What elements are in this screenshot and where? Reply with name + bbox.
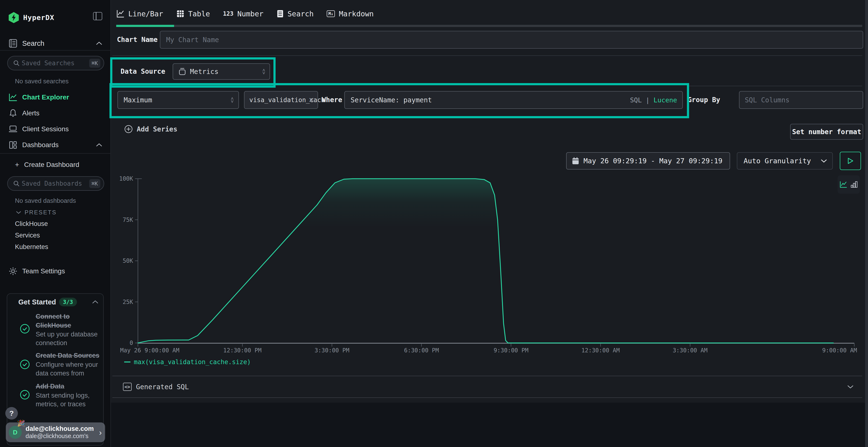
data-source-select[interactable]: Metrics ˄˅ [173, 63, 270, 80]
y-tick-label: 25K [101, 299, 133, 305]
chevron-right-icon: › [99, 428, 102, 437]
tab-search[interactable]: Search [277, 10, 314, 18]
user-subtitle: dale@clickhouse.com's [26, 433, 94, 440]
get-started-item-title[interactable]: Connect to ClickHouse [36, 312, 103, 330]
get-started-item-desc: Set up your database connection [36, 330, 105, 347]
create-dashboard-button[interactable]: + Create Dashboard [0, 158, 111, 172]
divider [112, 398, 862, 398]
saved-dashboards-input[interactable]: Saved Dashboards ⌘K [7, 176, 104, 191]
sidebar: HyperDX Search Saved Searches ⌘K No save… [0, 0, 111, 447]
sql-option[interactable]: SQL [630, 96, 642, 104]
hyperdx-logo-icon [8, 11, 19, 24]
get-started-progress-badge: 3/3 [59, 298, 77, 306]
user-menu[interactable]: D dale@clickhouse.com dale@clickhouse.co… [6, 422, 105, 442]
code-icon: <> [123, 383, 132, 391]
y-tick-label: 100K [101, 175, 133, 182]
date-range-value: May 26 09:29:19 - May 27 09:29:19 [584, 157, 722, 165]
close-icon[interactable]: ✕ [309, 96, 314, 104]
circle-plus-icon [124, 125, 133, 133]
sidebar-item-dashboards[interactable]: Dashboards [0, 138, 111, 152]
play-icon [847, 158, 854, 164]
sidebar-item-chart-explorer[interactable]: Chart Explorer [0, 90, 111, 105]
gear-icon [8, 267, 18, 275]
where-label: Where [322, 96, 342, 104]
x-tick-label: 6:30:00 PM [404, 347, 439, 354]
brand[interactable]: HyperDX [8, 11, 54, 24]
sidebar-item-label: Chart Explorer [22, 94, 69, 101]
journal-icon [8, 39, 18, 48]
scrollbar[interactable] [865, 0, 868, 447]
x-tick-label: 12:30:00 PM [223, 347, 261, 354]
sidebar-item-label: Dashboards [22, 141, 59, 149]
chevron-down-icon [821, 159, 827, 163]
sidebar-collapse-icon[interactable] [93, 12, 102, 20]
run-query-button[interactable] [840, 152, 861, 170]
chevron-up-icon[interactable] [92, 300, 98, 304]
saved-searches-input[interactable]: Saved Searches ⌘K [7, 56, 104, 70]
add-series-button[interactable]: Add Series [124, 125, 178, 133]
shortcut-badge: ⌘K [89, 179, 100, 188]
get-started-item-title[interactable]: Add Data [36, 382, 111, 391]
search-icon [13, 180, 20, 187]
chevron-up-icon[interactable] [96, 143, 102, 147]
x-tick-label: May 26 9:00:00 AM [120, 347, 179, 354]
check-circle-icon [20, 359, 30, 370]
sidebar-item-client-sessions[interactable]: Client Sessions [0, 122, 111, 136]
chart-name-input[interactable]: My Chart Name [160, 31, 863, 49]
chevron-up-icon[interactable] [96, 41, 102, 45]
generated-sql-label: Generated SQL [136, 383, 189, 391]
preset-kubernetes[interactable]: Kubernetes [15, 243, 48, 251]
tab-table[interactable]: Table [176, 10, 210, 18]
create-dashboard-label: Create Dashboard [24, 161, 79, 169]
sidebar-item-team-settings[interactable]: Team Settings [0, 264, 111, 278]
y-tick-label: 50K [101, 257, 133, 264]
chevron-down-icon [16, 211, 21, 214]
x-tick-label: 3:30:00 PM [314, 347, 349, 354]
granularity-select[interactable]: Auto Granularity [737, 152, 833, 170]
y-tick-label: 75K [101, 216, 133, 223]
generated-sql-toggle[interactable]: <> Generated SQL [112, 376, 862, 398]
chart-plot-area[interactable]: 025K50K75K100K May 26 9:00:00 AM12:30:00… [137, 177, 855, 344]
question-mark-icon: ? [9, 409, 14, 417]
get-started-item-desc: Configure where your data comes from [36, 360, 105, 378]
database-icon [179, 67, 186, 76]
check-circle-icon [20, 324, 30, 334]
help-button[interactable]: ? [5, 407, 18, 419]
chart-legend[interactable]: max(visa_validation_cache.size) [124, 358, 251, 366]
bell-icon [8, 109, 18, 117]
set-number-format-button[interactable]: Set number format [790, 124, 863, 140]
chevron-down-icon[interactable] [847, 385, 854, 389]
lucene-option[interactable]: Lucene [653, 96, 677, 104]
presets-toggle[interactable]: PRESETS [16, 209, 57, 216]
where-input[interactable]: ServiceName: payment SQL | Lucene [344, 91, 683, 109]
calendar-icon [572, 157, 579, 165]
metric-tag[interactable]: visa_validation_cach ✕ [244, 91, 318, 109]
date-range-picker[interactable]: May 26 09:29:19 - May 27 09:29:19 [566, 152, 730, 170]
line-chart-icon [116, 10, 124, 18]
preset-clickhouse[interactable]: ClickHouse [15, 220, 48, 228]
get-started-title: Get Started [18, 298, 56, 306]
preset-services[interactable]: Services [15, 232, 40, 239]
laptop-icon [8, 125, 18, 133]
group-by-input[interactable]: SQL Columns [739, 91, 863, 109]
tab-markdown[interactable]: M↓ Markdown [327, 10, 374, 18]
saved-dashboards-placeholder: Saved Dashboards [22, 180, 82, 187]
tab-number[interactable]: 123 Number [223, 10, 264, 18]
select-updown-icon: ˄˅ [231, 96, 234, 104]
query-language-toggle[interactable]: SQL | Lucene [630, 96, 677, 104]
search-section-header[interactable]: Search [0, 37, 111, 50]
sidebar-item-alerts[interactable]: Alerts [0, 106, 111, 121]
sidebar-item-label: Alerts [22, 109, 39, 117]
get-started-item-title[interactable]: Create Data Sources [36, 351, 111, 360]
x-tick-label: 3:30:00 AM [673, 347, 708, 354]
aggregation-select[interactable]: Maximum ˄˅ [117, 91, 239, 109]
group-by-placeholder: SQL Columns [745, 96, 789, 104]
group-by-label: Group By [688, 96, 720, 104]
granularity-value: Auto Granularity [744, 157, 811, 165]
data-source-value: Metrics [190, 68, 218, 76]
add-series-label: Add Series [137, 125, 178, 133]
tab-line-bar[interactable]: Line/Bar [116, 10, 163, 18]
number-123-icon: 123 [223, 10, 234, 17]
divider [0, 153, 111, 153]
main-panel: Line/Bar Table 123 Number Search M↓ Mark… [111, 0, 868, 447]
